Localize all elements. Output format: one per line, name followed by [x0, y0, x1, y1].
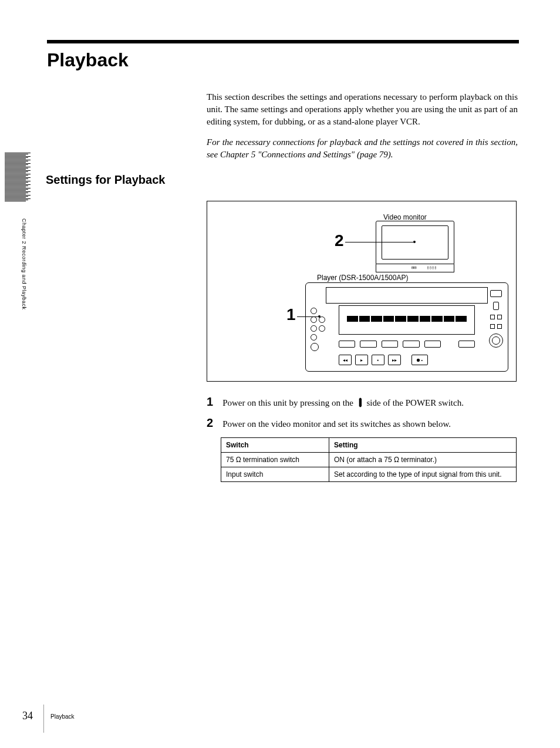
table-row: Input switch Set according to the type o… [221, 467, 517, 482]
page-title: Playback [47, 49, 129, 71]
step-2: 2 Power on the video monitor and set its… [207, 416, 518, 430]
callout-1-number: 1 [286, 305, 296, 324]
monitor-label: Video monitor [383, 213, 427, 221]
page-number: 34 [22, 710, 33, 722]
subheading: Settings for Playback [46, 173, 165, 187]
sidebar-tab-marks [5, 153, 32, 201]
step-1-text: Power on this unit by pressing on the ⏽ … [222, 398, 464, 407]
player-label: Player (DSR-1500A/1500AP) [317, 274, 408, 282]
switch-settings-table: Switch Setting 75 Ω termination switch O… [221, 437, 517, 482]
step-2-text: Power on the video monitor and set its s… [222, 419, 451, 429]
table-header-setting: Setting [329, 438, 517, 453]
chapter-vertical-label: Chapter 2 Recording and Playback [21, 218, 27, 310]
footer-divider [43, 705, 44, 733]
step-num-1: 1 [207, 395, 213, 409]
table-header-switch: Switch [221, 438, 329, 453]
callout-2-number: 2 [335, 231, 344, 250]
heading-rule [47, 40, 519, 43]
table-cell: Input switch [221, 467, 329, 482]
video-monitor-icon: ⊟⊟ ▯▯▯▯ [376, 221, 454, 274]
intro-paragraph: This section describes the settings and … [207, 91, 518, 128]
step-num-2: 2 [207, 416, 213, 430]
table-cell: 75 Ω termination switch [221, 453, 329, 467]
intro-italic-paragraph: For the necessary connections for playba… [207, 136, 518, 161]
step-1: 1 Power on this unit by pressing on the … [207, 395, 518, 409]
table-cell: Set according to the type of input signa… [329, 467, 517, 482]
player-device-icon: ◂◂▸▪▸▸ ⏺▸ [305, 282, 508, 372]
table-cell: ON (or attach a 75 Ω terminator.) [329, 453, 517, 467]
footer-section-name: Playback [50, 713, 75, 720]
table-row: 75 Ω termination switch ON (or attach a … [221, 453, 517, 467]
power-on-icon: ⏽ [356, 397, 365, 407]
